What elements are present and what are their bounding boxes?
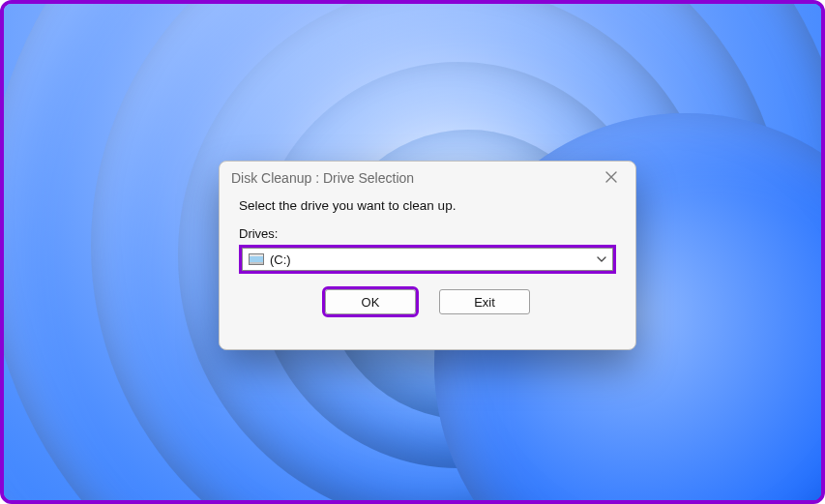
drive-icon [249, 253, 264, 265]
close-icon [605, 170, 617, 186]
drives-label: Drives: [239, 226, 616, 241]
exit-button[interactable]: Exit [439, 289, 530, 314]
drives-dropdown-value: (C:) [270, 252, 291, 267]
instruction-text: Select the drive you want to clean up. [239, 198, 616, 213]
drives-dropdown-highlight: (C:) [239, 245, 616, 274]
ok-button[interactable]: OK [325, 289, 416, 314]
close-button[interactable] [597, 166, 626, 190]
desktop-background: Disk Cleanup : Drive Selection Select th… [0, 0, 825, 504]
dialog-title: Disk Cleanup : Drive Selection [231, 170, 414, 186]
dialog-button-row: OK Exit [239, 289, 616, 314]
chevron-down-icon [597, 254, 606, 264]
drives-dropdown[interactable]: (C:) [242, 248, 613, 271]
ok-button-label: OK [362, 295, 380, 310]
disk-cleanup-dialog: Disk Cleanup : Drive Selection Select th… [219, 161, 636, 350]
dialog-content: Select the drive you want to clean up. D… [220, 194, 635, 328]
dialog-titlebar[interactable]: Disk Cleanup : Drive Selection [220, 162, 635, 194]
exit-button-label: Exit [474, 295, 495, 310]
